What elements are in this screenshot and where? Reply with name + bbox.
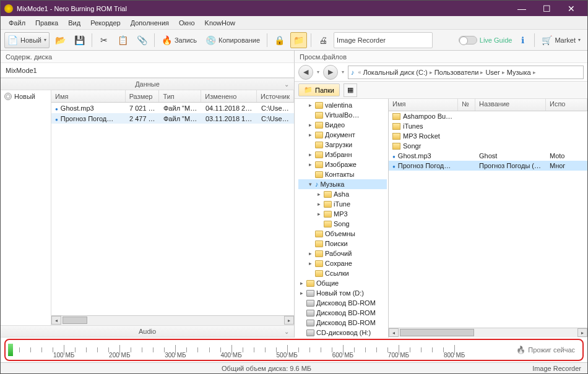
audio-section-header[interactable]: Audio⌄ — [1, 325, 294, 338]
chevron-down-icon: ⌄ — [284, 328, 289, 335]
tree-node[interactable]: Ссылки — [298, 268, 387, 278]
view-mode-button[interactable]: ▦ — [344, 83, 357, 97]
filelist-columns: Имя № Название Испо — [389, 99, 587, 111]
tree-node[interactable]: ▸Избранн — [298, 150, 387, 159]
tree-node[interactable]: Контакты — [298, 169, 387, 179]
tree-node[interactable]: Загрузки — [298, 140, 387, 150]
tree-node[interactable]: ▸Новый том (D:) — [298, 288, 387, 298]
list-item[interactable]: MP3 Rocket — [389, 131, 587, 141]
tree-node[interactable]: ▸Изображе — [298, 159, 387, 169]
maximize-button[interactable]: ☐ — [534, 1, 559, 16]
hscrollbar[interactable]: ◂▸ — [51, 315, 294, 325]
table-row[interactable]: Ghost.mp37 021 КБФайл "MP3"04.11.2018 22… — [51, 103, 294, 113]
menubar: Файл Правка Вид Рекордер Дополнения Окно… — [1, 16, 587, 30]
tree-node[interactable]: ▸Ashа — [298, 189, 387, 199]
tree-node[interactable]: ▸iTune — [298, 199, 387, 209]
tree-node[interactable]: VirtualBo… — [298, 110, 387, 120]
tree-node[interactable]: Дисковод BD-ROM — [298, 308, 387, 318]
col-name[interactable]: Имя — [51, 90, 126, 102]
compilation-name: MixMode1 — [1, 63, 294, 78]
open-button[interactable]: 📂 — [52, 32, 69, 48]
tree-node[interactable]: ▸Сохране — [298, 258, 387, 268]
menu-edit[interactable]: Правка — [31, 18, 63, 28]
burn-now-button[interactable]: Прожиг сейчас — [512, 344, 579, 355]
liveguide-toggle[interactable] — [459, 36, 477, 45]
tree-node[interactable]: ▾Музыка — [298, 179, 387, 189]
list-item[interactable]: Прогноз Погоды (Вто…Прогноз Погоды (Втор… — [389, 161, 587, 171]
folder-tree[interactable]: ▸valentinaVirtualBo…▸Видео▸ДокументЗагру… — [295, 99, 389, 338]
size-ruler: 100 МБ200 МБ300 МБ400 МБ500 МБ600 МБ700 … — [4, 339, 584, 361]
menu-recorder[interactable]: Рекордер — [86, 18, 125, 28]
minimize-button[interactable]: — — [509, 1, 534, 16]
tree-node[interactable]: CD-дисковод (H:) — [298, 328, 387, 338]
menu-view[interactable]: Вид — [64, 18, 85, 28]
securdisc-button[interactable]: 🔒 — [271, 32, 288, 48]
compilation-root-node[interactable]: Новый — [4, 93, 47, 100]
nav-forward-button[interactable]: ▶ — [323, 65, 338, 80]
tree-node[interactable]: Song — [298, 219, 387, 229]
paste-button[interactable]: 📎 — [134, 32, 150, 48]
compilation-columns: Имя Размер Тип Изменено Источник — [51, 90, 294, 103]
toolbar: 📄Новый▾ 📂 💾 ✂ 📋 📎 🔥Запись 💿Копирование 🔒… — [1, 30, 587, 51]
disc-icon — [4, 93, 12, 100]
save-button[interactable]: 💾 — [71, 32, 88, 48]
copy-button[interactable]: 📋 — [115, 32, 131, 48]
window-title: MixMode1 - Nero Burning ROM Trial — [17, 5, 509, 12]
status-recorder: Image Recorder — [532, 365, 587, 372]
fcol-no[interactable]: № — [458, 99, 475, 111]
burn-button[interactable]: 🔥Запись — [158, 32, 200, 48]
col-source[interactable]: Источник — [257, 90, 294, 102]
compilation-filelist[interactable]: Ghost.mp37 021 КБФайл "MP3"04.11.2018 22… — [51, 103, 294, 315]
tree-node[interactable]: Объемны — [298, 229, 387, 239]
tree-node[interactable]: Дисковод BD-ROM — [298, 298, 387, 308]
flame-icon — [516, 346, 525, 354]
fcol-title[interactable]: Название — [475, 99, 546, 111]
list-item[interactable]: Songr — [389, 141, 587, 151]
info-button[interactable]: ℹ — [514, 32, 530, 48]
menu-addons[interactable]: Дополнения — [126, 18, 173, 28]
list-item[interactable]: Ashampoo Burning St… — [389, 111, 587, 121]
nav-back-button[interactable]: ◀ — [298, 65, 313, 80]
liveguide-label: Live Guide — [480, 36, 512, 44]
tree-node[interactable]: ▸Рабочий — [298, 249, 387, 258]
market-button[interactable]: 🛒Market▾ — [538, 32, 584, 48]
tree-node[interactable]: ▸MP3 — [298, 209, 387, 219]
menu-knowhow[interactable]: KnowHow — [201, 18, 240, 28]
data-section-header[interactable]: Данные⌄ — [1, 78, 294, 90]
recorder-icon: 🖨 — [315, 32, 331, 48]
left-pane-label: Содерж. диска — [1, 51, 295, 63]
recorder-select[interactable]: Image Recorder — [334, 32, 433, 48]
music-icon — [351, 69, 357, 76]
tree-node[interactable]: ▸Общие — [298, 278, 387, 288]
titlebar: MixMode1 - Nero Burning ROM Trial — ☐ ✕ — [1, 1, 587, 16]
folder-icon: 📁 — [304, 86, 313, 94]
tree-node[interactable]: ▸Видео — [298, 120, 387, 130]
menu-window[interactable]: Окно — [175, 18, 199, 28]
fcol-name[interactable]: Имя — [389, 99, 458, 111]
status-total: Общий объем диска: 9.6 МБ — [1, 365, 532, 372]
tree-node[interactable]: Поиски — [298, 239, 387, 249]
list-item[interactable]: Ghost.mp3GhostMoto — [389, 151, 587, 161]
folders-button[interactable]: 📁Папки — [298, 83, 340, 96]
ruler-fill — [8, 344, 13, 356]
cut-button[interactable]: ✂ — [96, 32, 112, 48]
new-button[interactable]: 📄Новый▾ — [4, 32, 50, 48]
table-row[interactable]: Прогноз Погод…2 477 КБФайл "MP3"03.11.20… — [51, 113, 294, 124]
menu-file[interactable]: Файл — [4, 18, 30, 28]
tree-node[interactable]: ▸valentina — [298, 100, 387, 110]
breadcrumb[interactable]: « Локальный диск (C:)▸ Пользователи▸ Use… — [348, 66, 584, 79]
tree-node[interactable]: Дисковод BD-ROM — [298, 318, 387, 328]
file-list[interactable]: Ashampoo Burning St…iTunesMP3 RocketSong… — [389, 111, 587, 328]
col-modified[interactable]: Изменено — [201, 90, 257, 102]
close-button[interactable]: ✕ — [559, 1, 584, 16]
compilation-tree: Новый — [1, 90, 51, 325]
tree-node[interactable]: ▸Документ — [298, 130, 387, 140]
browser-toggle-button[interactable]: 📁 — [290, 32, 307, 48]
hscrollbar[interactable]: ◂▸ — [389, 328, 587, 338]
list-item[interactable]: iTunes — [389, 121, 587, 131]
fcol-artist[interactable]: Испо — [546, 99, 587, 111]
col-size[interactable]: Размер — [126, 90, 160, 102]
browser-pane: ◀▾ ▶▾ « Локальный диск (C:)▸ Пользовател… — [295, 63, 587, 338]
col-type[interactable]: Тип — [159, 90, 201, 102]
copy-disc-button[interactable]: 💿Копирование — [202, 32, 263, 48]
